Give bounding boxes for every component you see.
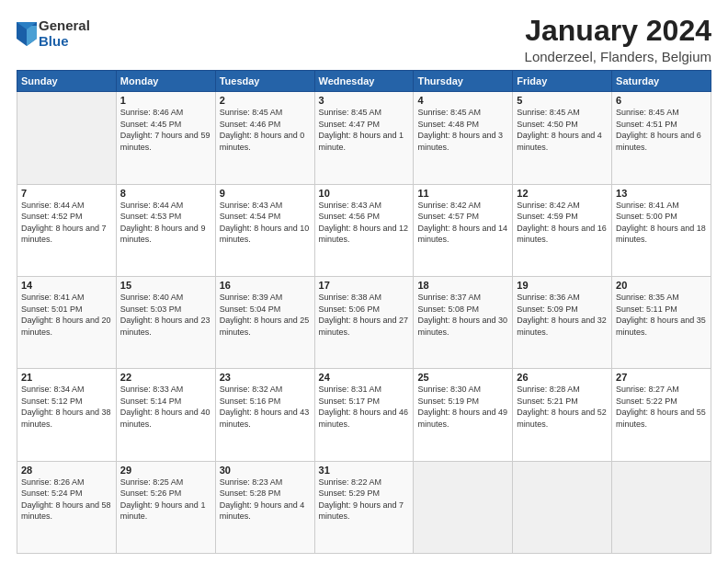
day-info-11: Sunrise: 8:42 AMSunset: 4:57 PMDaylight:… (417, 200, 508, 246)
day-num-25: 25 (417, 372, 508, 383)
cell-2-2: 16Sunrise: 8:39 AMSunset: 5:04 PMDayligh… (215, 276, 314, 368)
day-info-18: Sunrise: 8:37 AMSunset: 5:08 PMDaylight:… (417, 292, 508, 338)
week-row-3: 21Sunrise: 8:34 AMSunset: 5:12 PMDayligh… (17, 369, 711, 461)
day-num-31: 31 (319, 465, 410, 476)
day-info-5: Sunrise: 8:45 AMSunset: 4:50 PMDaylight:… (517, 107, 608, 153)
subtitle: Londerzeel, Flanders, Belgium (525, 49, 711, 64)
day-num-30: 30 (220, 465, 311, 476)
day-num-17: 17 (319, 280, 410, 291)
cell-1-5: 12Sunrise: 8:42 AMSunset: 4:59 PMDayligh… (513, 184, 612, 276)
cell-2-1: 15Sunrise: 8:40 AMSunset: 5:03 PMDayligh… (116, 276, 215, 368)
day-num-8: 8 (120, 188, 211, 199)
day-num-29: 29 (120, 465, 211, 476)
day-num-9: 9 (220, 188, 311, 199)
day-info-21: Sunrise: 8:34 AMSunset: 5:12 PMDaylight:… (21, 384, 112, 430)
calendar-page: General Blue January 2024 Londerzeel, Fl… (0, 0, 728, 563)
cell-3-5: 26Sunrise: 8:28 AMSunset: 5:21 PMDayligh… (513, 369, 612, 461)
week-row-0: 1Sunrise: 8:46 AMSunset: 4:45 PMDaylight… (17, 92, 711, 184)
day-info-19: Sunrise: 8:36 AMSunset: 5:09 PMDaylight:… (517, 292, 608, 338)
day-info-20: Sunrise: 8:35 AMSunset: 5:11 PMDaylight:… (616, 292, 707, 338)
day-num-3: 3 (319, 95, 410, 106)
day-info-23: Sunrise: 8:32 AMSunset: 5:16 PMDaylight:… (220, 384, 311, 430)
header-tuesday: Tuesday (215, 71, 314, 92)
day-info-9: Sunrise: 8:43 AMSunset: 4:54 PMDaylight:… (220, 200, 311, 246)
day-info-3: Sunrise: 8:45 AMSunset: 4:47 PMDaylight:… (319, 107, 410, 153)
day-info-30: Sunrise: 8:23 AMSunset: 5:28 PMDaylight:… (220, 477, 311, 523)
week-row-2: 14Sunrise: 8:41 AMSunset: 5:01 PMDayligh… (17, 276, 711, 368)
cell-4-6 (612, 461, 711, 553)
cell-2-3: 17Sunrise: 8:38 AMSunset: 5:06 PMDayligh… (314, 276, 414, 368)
cell-0-2: 2Sunrise: 8:45 AMSunset: 4:46 PMDaylight… (215, 92, 314, 184)
day-num-24: 24 (319, 372, 410, 383)
day-num-7: 7 (21, 188, 112, 199)
cell-3-0: 21Sunrise: 8:34 AMSunset: 5:12 PMDayligh… (17, 369, 117, 461)
day-num-23: 23 (220, 372, 311, 383)
day-info-17: Sunrise: 8:38 AMSunset: 5:06 PMDaylight:… (319, 292, 410, 338)
day-num-4: 4 (417, 95, 508, 106)
day-info-31: Sunrise: 8:22 AMSunset: 5:29 PMDaylight:… (319, 477, 410, 523)
day-info-14: Sunrise: 8:41 AMSunset: 5:01 PMDaylight:… (21, 292, 112, 338)
day-info-15: Sunrise: 8:40 AMSunset: 5:03 PMDaylight:… (120, 292, 211, 338)
cell-4-1: 29Sunrise: 8:25 AMSunset: 5:26 PMDayligh… (116, 461, 215, 553)
day-num-28: 28 (21, 465, 112, 476)
cell-0-3: 3Sunrise: 8:45 AMSunset: 4:47 PMDaylight… (314, 92, 414, 184)
cell-1-2: 9Sunrise: 8:43 AMSunset: 4:54 PMDaylight… (215, 184, 314, 276)
title-block: January 2024 Londerzeel, Flanders, Belgi… (525, 15, 711, 64)
day-num-5: 5 (517, 95, 608, 106)
day-num-18: 18 (417, 280, 508, 291)
calendar-header: Sunday Monday Tuesday Wednesday Thursday… (17, 71, 711, 92)
day-num-16: 16 (220, 280, 311, 291)
cell-3-1: 22Sunrise: 8:33 AMSunset: 5:14 PMDayligh… (116, 369, 215, 461)
day-num-20: 20 (616, 280, 707, 291)
day-num-13: 13 (616, 188, 707, 199)
cell-3-6: 27Sunrise: 8:27 AMSunset: 5:22 PMDayligh… (612, 369, 711, 461)
day-info-27: Sunrise: 8:27 AMSunset: 5:22 PMDaylight:… (616, 384, 707, 430)
day-info-24: Sunrise: 8:31 AMSunset: 5:17 PMDaylight:… (319, 384, 410, 430)
day-info-6: Sunrise: 8:45 AMSunset: 4:51 PMDaylight:… (616, 107, 707, 153)
day-num-21: 21 (21, 372, 112, 383)
day-num-19: 19 (517, 280, 608, 291)
day-num-12: 12 (517, 188, 608, 199)
cell-0-6: 6Sunrise: 8:45 AMSunset: 4:51 PMDaylight… (612, 92, 711, 184)
day-info-29: Sunrise: 8:25 AMSunset: 5:26 PMDaylight:… (120, 477, 211, 523)
day-info-7: Sunrise: 8:44 AMSunset: 4:52 PMDaylight:… (21, 200, 112, 246)
day-info-12: Sunrise: 8:42 AMSunset: 4:59 PMDaylight:… (517, 200, 608, 246)
day-info-4: Sunrise: 8:45 AMSunset: 4:48 PMDaylight:… (417, 107, 508, 153)
day-info-26: Sunrise: 8:28 AMSunset: 5:21 PMDaylight:… (517, 384, 608, 430)
cell-1-0: 7Sunrise: 8:44 AMSunset: 4:52 PMDaylight… (17, 184, 117, 276)
day-info-16: Sunrise: 8:39 AMSunset: 5:04 PMDaylight:… (220, 292, 311, 338)
logo-general-text: General (39, 18, 90, 34)
day-num-1: 1 (120, 95, 211, 106)
day-info-25: Sunrise: 8:30 AMSunset: 5:19 PMDaylight:… (417, 384, 508, 430)
cell-3-3: 24Sunrise: 8:31 AMSunset: 5:17 PMDayligh… (314, 369, 414, 461)
cell-0-5: 5Sunrise: 8:45 AMSunset: 4:50 PMDaylight… (513, 92, 612, 184)
calendar-table: Sunday Monday Tuesday Wednesday Thursday… (17, 70, 711, 554)
cell-2-0: 14Sunrise: 8:41 AMSunset: 5:01 PMDayligh… (17, 276, 117, 368)
day-info-13: Sunrise: 8:41 AMSunset: 5:00 PMDaylight:… (616, 200, 707, 246)
day-num-10: 10 (319, 188, 410, 199)
logo: General Blue (17, 18, 90, 49)
cell-0-1: 1Sunrise: 8:46 AMSunset: 4:45 PMDaylight… (116, 92, 215, 184)
cell-2-5: 19Sunrise: 8:36 AMSunset: 5:09 PMDayligh… (513, 276, 612, 368)
cell-4-3: 31Sunrise: 8:22 AMSunset: 5:29 PMDayligh… (314, 461, 414, 553)
cell-4-4 (414, 461, 513, 553)
cell-1-1: 8Sunrise: 8:44 AMSunset: 4:53 PMDaylight… (116, 184, 215, 276)
cell-4-2: 30Sunrise: 8:23 AMSunset: 5:28 PMDayligh… (215, 461, 314, 553)
cell-3-4: 25Sunrise: 8:30 AMSunset: 5:19 PMDayligh… (414, 369, 513, 461)
week-row-1: 7Sunrise: 8:44 AMSunset: 4:52 PMDaylight… (17, 184, 711, 276)
day-num-11: 11 (417, 188, 508, 199)
day-num-26: 26 (517, 372, 608, 383)
cell-1-6: 13Sunrise: 8:41 AMSunset: 5:00 PMDayligh… (612, 184, 711, 276)
cell-4-5 (513, 461, 612, 553)
cell-1-4: 11Sunrise: 8:42 AMSunset: 4:57 PMDayligh… (414, 184, 513, 276)
header-saturday: Saturday (612, 71, 711, 92)
day-info-8: Sunrise: 8:44 AMSunset: 4:53 PMDaylight:… (120, 200, 211, 246)
day-num-6: 6 (616, 95, 707, 106)
cell-2-4: 18Sunrise: 8:37 AMSunset: 5:08 PMDayligh… (414, 276, 513, 368)
header: General Blue January 2024 Londerzeel, Fl… (17, 15, 711, 64)
day-info-1: Sunrise: 8:46 AMSunset: 4:45 PMDaylight:… (120, 107, 211, 153)
cell-3-2: 23Sunrise: 8:32 AMSunset: 5:16 PMDayligh… (215, 369, 314, 461)
cell-2-6: 20Sunrise: 8:35 AMSunset: 5:11 PMDayligh… (612, 276, 711, 368)
header-monday: Monday (116, 71, 215, 92)
header-wednesday: Wednesday (314, 71, 414, 92)
